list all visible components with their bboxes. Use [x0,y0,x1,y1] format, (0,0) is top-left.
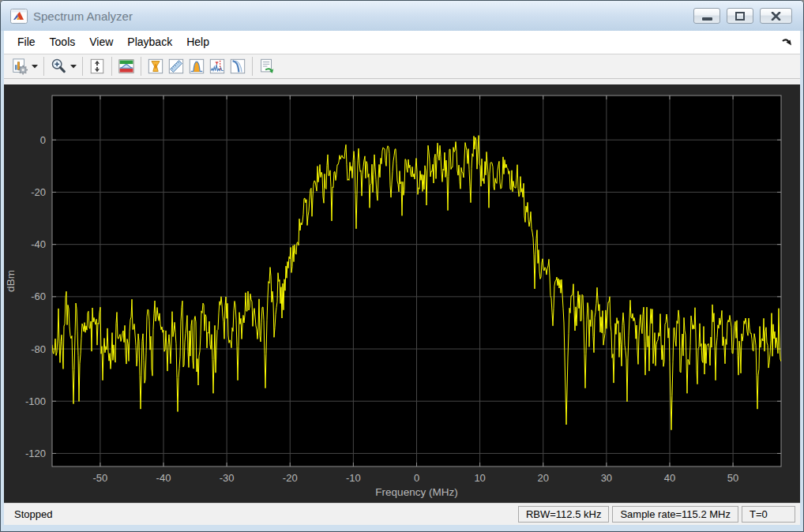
svg-text:-20: -20 [31,186,46,198]
peak-finder-icon [209,58,226,75]
spectral-mask-button[interactable] [145,56,166,77]
colormap-spectrogram-icon [118,58,135,75]
dropdown-arrow-icon [70,65,77,69]
menu-file[interactable]: File [10,31,43,54]
minimize-icon [702,17,712,21]
spectral-mask-icon [147,58,164,75]
window-title: Spectrum Analyzer [33,9,133,23]
generate-script-button[interactable] [257,56,277,77]
figure-area: -50-40-30-20-10010203040500-20-40-60-80-… [4,84,800,503]
scope-settings-button[interactable] [9,56,30,77]
svg-text:30: 30 [601,472,612,484]
svg-text:-60: -60 [31,290,46,302]
menubar-arrow-icon[interactable] [781,36,792,51]
channel-measurements-icon [188,58,205,75]
sample-rate-panel: Sample rate=115.2 MHz [612,506,738,523]
svg-text:-50: -50 [92,472,107,484]
scope-settings-icon [11,58,28,75]
spectrum-analyzer-window: Spectrum Analyzer File Tools View Playba… [0,0,804,532]
scope-settings-dropdown[interactable] [30,56,39,77]
svg-text:dBm: dBm [5,270,17,292]
spectrum-plot[interactable]: -50-40-30-20-10010203040500-20-40-60-80-… [4,84,800,503]
maximize-button[interactable] [727,8,753,24]
zoom-in-icon [50,58,67,75]
toolbar-separator [252,57,253,76]
svg-text:0: 0 [40,134,46,146]
maximize-icon [735,12,745,21]
colormap-button[interactable] [116,56,137,77]
measurements-ruler-icon [167,58,185,75]
distortion-measurements-icon [229,58,246,75]
rbw-panel: RBW=112.5 kHz [518,506,610,523]
distortion-measurements-button[interactable] [227,56,248,77]
matlab-app-icon [10,9,28,24]
window-controls [693,8,792,24]
dropdown-arrow-icon [32,65,38,69]
close-icon [771,12,781,21]
client-area: File Tools View Playback Help [4,31,800,525]
svg-text:50: 50 [727,472,738,484]
svg-text:-30: -30 [220,472,235,484]
full-span-icon [88,58,106,75]
zoom-dropdown[interactable] [69,56,78,77]
zoom-in-button[interactable] [48,56,69,77]
svg-text:Frequency (MHz): Frequency (MHz) [375,486,457,498]
full-span-button[interactable] [87,56,107,77]
menubar: File Tools View Playback Help [4,31,800,54]
svg-text:-100: -100 [25,395,46,407]
figure-gap [4,79,800,84]
toolbar-separator [141,57,141,76]
svg-text:0: 0 [414,472,419,484]
menu-help[interactable]: Help [179,31,216,54]
titlebar: Spectrum Analyzer [1,1,803,31]
close-button[interactable] [760,8,792,24]
toolbar-separator [43,57,44,76]
svg-text:-40: -40 [156,472,171,484]
svg-text:-120: -120 [25,448,46,459]
toolbar-separator [82,57,83,76]
measurements-button[interactable] [166,56,186,77]
toolbar [4,54,800,79]
svg-text:-80: -80 [31,343,46,355]
time-panel: T=0 [742,506,795,523]
svg-text:20: 20 [538,472,549,484]
svg-text:40: 40 [664,472,675,484]
svg-text:-40: -40 [31,238,46,250]
statusbar: Stopped RBW=112.5 kHz Sample rate=115.2 … [4,503,800,525]
peak-finder-button[interactable] [207,56,227,77]
menu-tools[interactable]: Tools [43,31,83,54]
svg-text:-10: -10 [346,472,361,484]
menu-view[interactable]: View [82,31,120,54]
minimize-button[interactable] [693,8,720,24]
generate-script-icon [258,58,276,75]
svg-text:-20: -20 [283,472,298,484]
toolbar-separator [111,57,112,76]
channel-measurements-button[interactable] [186,56,207,77]
svg-text:10: 10 [474,472,485,484]
status-text: Stopped [14,508,52,520]
menu-playback[interactable]: Playback [120,31,179,54]
